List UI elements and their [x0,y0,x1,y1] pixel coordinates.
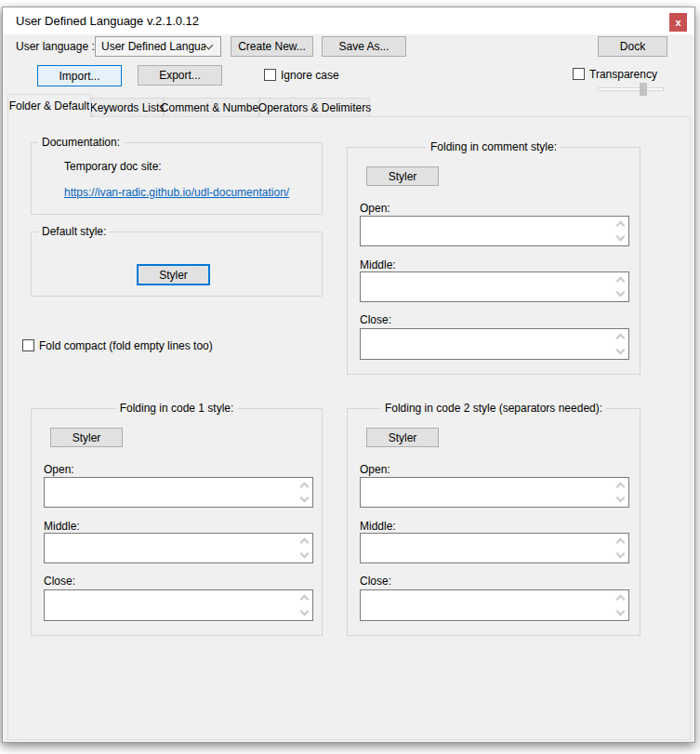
code2-middle-input[interactable] [363,536,612,561]
export-label: Export... [159,69,201,82]
scroll-down-icon[interactable] [616,346,626,355]
code1-close-label: Close: [44,575,75,588]
folding-comment-group: Folding in comment style: Styler Open: M… [347,147,641,375]
create-new-label: Create New... [238,40,306,53]
documentation-group: Documentation: Temporary doc site: https… [31,142,323,215]
scroll-down-icon[interactable] [300,494,310,503]
code2-close-box [360,589,629,621]
close-icon: x [675,17,680,28]
comment-close-label: Close: [360,313,391,326]
window-title: User Defined Language v.2.1.0.12 [16,7,199,34]
scroll-up-icon[interactable] [300,595,310,604]
default-styler-button[interactable]: Styler [137,264,210,285]
tab-label: Operators & Delimiters [258,101,371,114]
code2-open-label: Open: [360,463,390,476]
scroll-up-icon[interactable] [616,538,626,548]
default-style-group-title: Default style: [38,225,110,238]
transparency-checkbox-box[interactable] [573,68,585,80]
scroll-down-icon[interactable] [616,494,626,503]
transparency-label: Transparency [589,68,657,81]
documentation-group-title: Documentation: [38,136,124,149]
code1-close-input[interactable] [46,592,296,618]
user-language-select[interactable]: User Defined Language [95,36,221,57]
comment-open-box [360,216,629,246]
title-bar: User Defined Language v.2.1.0.12 x [3,7,694,34]
tab-label: Folder & Default [9,99,90,112]
ignore-case-label: Ignore case [281,69,339,82]
scroll-up-icon[interactable] [300,483,310,492]
folding-code2-group-title: Folding in code 2 style (separators need… [381,402,606,415]
code2-middle-box [360,533,629,563]
transparency-checkbox[interactable]: Transparency [573,66,657,82]
import-label: Import... [59,70,99,83]
close-button[interactable]: x [669,13,687,32]
slider-thumb[interactable] [640,83,647,96]
scroll-down-icon[interactable] [300,607,310,616]
code1-styler-button[interactable]: Styler [50,428,123,447]
comment-close-input[interactable] [363,331,612,357]
fold-compact-checkbox[interactable]: Fold compact (fold empty lines too) [22,337,213,353]
slider-track[interactable] [598,87,664,91]
scroll-down-icon[interactable] [300,549,310,559]
code2-open-box [360,477,629,508]
code2-styler-button[interactable]: Styler [366,428,439,447]
ignore-case-checkbox[interactable]: Ignore case [264,67,339,83]
comment-open-input[interactable] [363,218,612,244]
styler-label: Styler [389,170,417,183]
comment-close-box [360,328,629,360]
doc-site-label: Temporary doc site: [64,160,162,173]
doc-link[interactable]: https://ivan-radic.github.io/udl-documen… [64,186,289,199]
folding-code1-group: Folding in code 1 style: Styler Open: Mi… [31,408,323,636]
styler-label: Styler [159,269,188,282]
user-language-value: User Defined Language [96,40,205,53]
dock-label: Dock [620,40,645,53]
styler-label: Styler [73,431,101,444]
save-as-label: Save As... [338,40,389,53]
comment-middle-input[interactable] [363,274,612,299]
code1-middle-input[interactable] [46,536,296,561]
scroll-down-icon[interactable] [616,232,626,242]
scroll-up-icon[interactable] [300,538,310,548]
scroll-up-icon[interactable] [616,221,626,231]
scroll-up-icon[interactable] [616,334,626,343]
folding-code1-group-title: Folding in code 1 style: [116,402,238,415]
scroll-up-icon[interactable] [616,483,626,492]
scroll-down-icon[interactable] [616,288,626,298]
comment-styler-button[interactable]: Styler [366,166,439,186]
tab-folder-default[interactable]: Folder & Default [7,94,91,117]
tab-operators-delimiters[interactable]: Operators & Delimiters [259,98,370,116]
code2-close-label: Close: [360,575,391,588]
code1-open-box [44,477,313,508]
scroll-up-icon[interactable] [616,595,626,604]
folding-code2-group: Folding in code 2 style (separators need… [347,408,641,636]
code1-open-label: Open: [44,463,74,476]
fold-compact-label: Fold compact (fold empty lines too) [39,339,213,352]
export-button[interactable]: Export... [138,65,222,86]
code2-close-input[interactable] [363,592,612,618]
scroll-down-icon[interactable] [616,607,626,616]
create-new-button[interactable]: Create New... [231,36,313,57]
user-language-label: User language : [16,36,95,57]
transparency-slider[interactable] [598,83,664,96]
save-as-button[interactable]: Save As... [322,36,406,57]
code1-close-box [44,589,313,621]
fold-compact-checkbox-box[interactable] [22,339,34,351]
comment-middle-box [360,271,629,302]
code1-middle-box [44,533,313,563]
tab-comment-number[interactable]: Comment & Number [164,98,259,116]
tab-label: Comment & Number [161,101,262,114]
folding-comment-group-title: Folding in comment style: [427,140,561,153]
tab-keywords-lists[interactable]: Keywords Lists [91,98,164,116]
comment-open-label: Open: [360,202,390,215]
ignore-case-checkbox-box[interactable] [264,69,276,81]
code1-open-input[interactable] [46,480,296,505]
import-button[interactable]: Import... [37,65,122,86]
udl-dialog-window: User Defined Language v.2.1.0.12 x User … [2,7,695,743]
comment-middle-label: Middle: [360,258,396,271]
code2-open-input[interactable] [363,480,612,505]
scroll-down-icon[interactable] [616,549,626,559]
dock-button[interactable]: Dock [598,36,667,57]
scroll-up-icon[interactable] [616,277,626,286]
default-style-group: Default style: Styler [31,231,323,297]
tab-label: Keywords Lists [90,101,165,114]
